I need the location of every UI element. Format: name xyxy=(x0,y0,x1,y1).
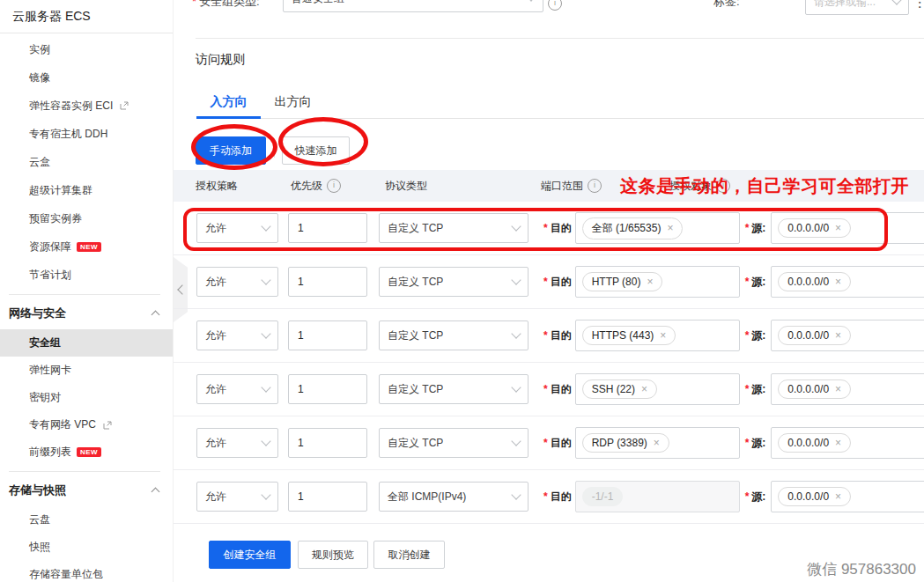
dest-label: *目的 xyxy=(543,382,572,397)
priority-input[interactable]: 1 xyxy=(288,267,367,297)
tag-select[interactable]: 请选择或输... xyxy=(805,0,909,15)
sidebar-section-network[interactable]: 网络与安全 xyxy=(0,299,173,328)
external-link-icon xyxy=(120,101,129,110)
source-tag: 0.0.0.0/0 × xyxy=(778,487,851,506)
priority-input[interactable]: 1 xyxy=(288,320,367,350)
policy-select[interactable]: 允许 xyxy=(196,374,278,404)
sidebar-item[interactable]: 安全组 xyxy=(0,329,173,357)
dest-value: SSH (22) xyxy=(592,383,635,395)
sidebar-item-label: 专有网络 VPC xyxy=(29,417,96,432)
policy-value: 允许 xyxy=(205,275,226,290)
close-icon[interactable]: × xyxy=(654,438,660,448)
protocol-select[interactable]: 全部 ICMP(IPv4) xyxy=(379,482,529,512)
col-target: 授权对象i xyxy=(669,170,730,202)
sidebar-item[interactable]: 存储容量单位包 xyxy=(0,561,173,582)
dest-tag: RDP (3389) × xyxy=(582,433,669,453)
priority-value: 1 xyxy=(298,329,304,342)
sidebar-item[interactable]: 云盒 xyxy=(0,148,173,176)
info-icon[interactable]: i xyxy=(548,0,562,11)
rule-preview-button[interactable]: 规则预览 xyxy=(298,541,368,569)
sidebar-item[interactable]: 前缀列表 NEW xyxy=(0,438,173,466)
cancel-create-button[interactable]: 取消创建 xyxy=(373,541,445,569)
sidebar-item[interactable]: 弹性容器实例 ECI xyxy=(0,92,173,120)
close-icon[interactable]: × xyxy=(641,384,647,394)
source-value: 0.0.0.0/0 xyxy=(787,437,829,449)
sidebar-item[interactable]: 镜像 xyxy=(0,63,173,92)
priority-input[interactable]: 1 xyxy=(288,428,367,458)
quick-add-button[interactable]: 快速添加 xyxy=(282,136,350,165)
clipped-label-fragment: : xyxy=(918,0,921,11)
close-icon[interactable]: × xyxy=(835,330,841,341)
sidebar-item[interactable]: 预留实例券 xyxy=(0,204,173,232)
source-box[interactable]: 0.0.0.0/0 × xyxy=(771,481,924,512)
source-box[interactable]: 0.0.0.0/0 × xyxy=(771,266,924,298)
manual-add-button[interactable]: 手动添加 xyxy=(196,136,266,165)
dest-box[interactable]: SSH (22) × xyxy=(575,373,740,405)
policy-select[interactable]: 允许 xyxy=(196,213,278,243)
close-icon[interactable]: × xyxy=(835,438,841,448)
info-icon[interactable]: i xyxy=(716,179,730,193)
dest-label: *目的 xyxy=(543,490,572,505)
close-icon[interactable]: × xyxy=(835,491,841,502)
source-box[interactable]: 0.0.0.0/0 × xyxy=(771,427,924,459)
sidebar-item[interactable]: 节省计划 xyxy=(0,261,173,289)
protocol-select[interactable]: 自定义 TCP xyxy=(379,267,529,297)
close-icon[interactable]: × xyxy=(667,223,673,233)
source-value: 0.0.0.0/0 xyxy=(787,329,829,342)
policy-select[interactable]: 允许 xyxy=(196,428,278,458)
close-icon[interactable]: × xyxy=(835,276,841,287)
create-sg-button[interactable]: 创建安全组 xyxy=(209,541,291,569)
sidebar-item[interactable]: 专有宿主机 DDH xyxy=(0,120,173,148)
dest-tag: -1/-1 xyxy=(582,487,624,506)
required-star: * xyxy=(543,222,548,234)
dest-box[interactable]: 全部 (1/65535) × xyxy=(575,212,740,244)
sg-type-select[interactable]: 普通安全组 xyxy=(283,0,543,12)
sidebar-item[interactable]: 专有网络 VPC xyxy=(0,411,173,438)
source-box[interactable]: 0.0.0.0/0 × xyxy=(771,320,924,351)
source-box[interactable]: 0.0.0.0/0 × xyxy=(771,212,924,244)
sidebar-item[interactable]: 弹性网卡 xyxy=(0,357,173,384)
close-icon[interactable]: × xyxy=(835,384,841,394)
close-icon[interactable]: × xyxy=(835,223,841,233)
policy-value: 允许 xyxy=(205,328,226,343)
policy-select[interactable]: 允许 xyxy=(196,482,278,512)
dest-tag: SSH (22) × xyxy=(582,379,657,399)
sidebar-divider xyxy=(9,471,160,472)
sidebar-item[interactable]: 资源保障 NEW xyxy=(0,232,173,261)
info-icon[interactable]: i xyxy=(588,179,602,193)
dest-value: HTTPS (443) xyxy=(592,329,654,342)
dest-box[interactable]: HTTP (80) × xyxy=(575,266,740,298)
dest-box[interactable]: -1/-1 xyxy=(575,481,740,512)
sidebar-item[interactable]: 超级计算集群 xyxy=(0,176,173,204)
dest-box[interactable]: HTTPS (443) × xyxy=(575,320,740,351)
close-icon[interactable]: × xyxy=(660,330,666,341)
required-star: * xyxy=(192,0,196,8)
dest-box[interactable]: RDP (3389) × xyxy=(575,427,740,459)
required-star: * xyxy=(745,383,750,395)
sidebar-item[interactable]: 密钥对 xyxy=(0,384,173,411)
priority-input[interactable]: 1 xyxy=(288,482,367,512)
protocol-select[interactable]: 自定义 TCP xyxy=(379,428,529,458)
sidebar-item-label: 存储容量单位包 xyxy=(29,567,103,582)
chevron-down-icon xyxy=(511,436,521,446)
protocol-select[interactable]: 自定义 TCP xyxy=(379,320,529,350)
priority-input[interactable]: 1 xyxy=(288,374,367,404)
sidebar-item[interactable]: 实例 xyxy=(0,35,173,63)
source-box[interactable]: 0.0.0.0/0 × xyxy=(771,373,924,405)
info-icon[interactable]: i xyxy=(327,179,341,193)
policy-select[interactable]: 允许 xyxy=(196,320,278,350)
chevron-up-icon xyxy=(152,487,160,496)
tab-inbound[interactable]: 入方向 xyxy=(196,87,261,118)
priority-input[interactable]: 1 xyxy=(288,213,367,243)
sidebar-item[interactable]: 云盘 xyxy=(0,506,173,534)
close-icon[interactable]: × xyxy=(647,276,653,287)
tab-outbound[interactable]: 出方向 xyxy=(261,87,325,118)
source-label: *源: xyxy=(745,275,766,290)
protocol-select[interactable]: 自定义 TCP xyxy=(379,213,529,243)
sidebar-section-storage[interactable]: 存储与快照 xyxy=(0,476,173,505)
policy-select[interactable]: 允许 xyxy=(196,267,278,297)
sidebar-item[interactable]: 快照 xyxy=(0,534,173,561)
sidebar-item-label: 云盒 xyxy=(29,155,50,170)
protocol-select[interactable]: 自定义 TCP xyxy=(379,374,529,404)
sidebar-item-label: 弹性容器实例 ECI xyxy=(29,99,113,114)
